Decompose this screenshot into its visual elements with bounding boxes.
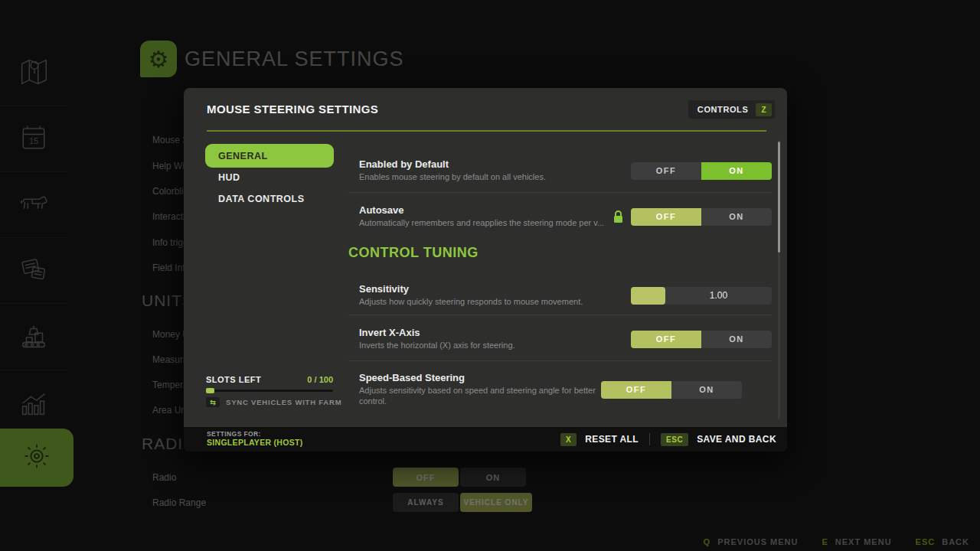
tab-data-controls[interactable]: DATA CONTROLS [218,194,305,204]
setting-title: Speed-Based Steering [359,372,601,383]
lock-icon [612,210,624,223]
enabled-by-default-on-button[interactable]: ON [701,162,772,180]
setting-text: Enabled by Default Enables mouse steerin… [348,158,631,183]
tab-general[interactable]: GENERAL [205,144,334,168]
save-and-back-button[interactable]: SAVE AND BACK [697,434,776,445]
autosave-toggle: OFF ON [631,208,772,226]
save-and-back-key-badge: ESC [661,433,688,446]
setting-desc: Inverts the horizontal (X) axis for stee… [359,341,631,351]
setting-row-speed-based-steering: Speed-Based Steering Adjusts sensitivity… [348,368,772,411]
sensitivity-slider-handle[interactable] [631,287,665,305]
sync-vehicles-label: SYNC VEHICLES WITH FARM [226,398,341,406]
settings-for-value: SINGLEPLAYER (HOST) [207,438,303,447]
setting-row-enabled-by-default: Enabled by Default Enables mouse steerin… [348,153,772,188]
autosave-on-button[interactable]: ON [701,208,772,226]
setting-desc: Automatically remembers and reapplies th… [359,218,612,229]
footer-actions: X RESET ALL ESC SAVE AND BACK [560,427,776,452]
enabled-by-default-toggle: OFF ON [631,162,772,180]
setting-title: Autosave [359,204,612,216]
enabled-by-default-off-button[interactable]: OFF [631,162,701,180]
setting-row-invert-x-axis: Invert X-Axis Inverts the horizontal (X)… [348,321,772,357]
header-divider [207,130,766,132]
setting-row-sensitivity: Sensitivity Adjusts how quickly steering… [348,278,772,313]
controls-button[interactable]: CONTROLS Z [688,100,775,119]
setting-text: Invert X-Axis Inverts the horizontal (X)… [348,327,631,351]
setting-title: Enabled by Default [359,158,631,170]
invert-x-axis-on-button[interactable]: ON [701,331,772,348]
reset-all-button[interactable]: RESET ALL [585,434,639,445]
row-divider [348,192,772,193]
invert-x-axis-toggle: OFF ON [631,331,772,348]
tab-hud[interactable]: HUD [218,172,240,183]
sensitivity-slider[interactable]: 1.00 [631,287,772,305]
controls-button-label: CONTROLS [697,105,749,114]
screen: 15 [0,0,980,551]
setting-desc: Adjusts sensitivity based on speed and s… [359,386,601,407]
invert-x-axis-off-button[interactable]: OFF [631,331,701,348]
dialog-footer: SETTINGS FOR: SINGLEPLAYER (HOST) X RESE… [184,427,787,452]
slots-left-value: 0 / 100 [206,375,333,384]
sync-key-icon: ⇆ [206,397,220,407]
speed-based-steering-toggle: OFF ON [601,381,742,399]
speed-based-steering-on-button[interactable]: ON [671,381,742,399]
footer-separator [649,433,650,445]
speed-based-steering-off-button[interactable]: OFF [601,381,671,399]
autosave-off-button[interactable]: OFF [631,208,701,226]
setting-title: Invert X-Axis [359,327,631,338]
section-heading-control-tuning: CONTROL TUNING [348,245,479,261]
setting-row-autosave: Autosave Automatically remembers and rea… [348,199,772,234]
slots-progress-thumb [206,388,214,393]
sync-vehicles-row[interactable]: ⇆ SYNC VEHICLES WITH FARM [206,397,341,407]
settings-for: SETTINGS FOR: SINGLEPLAYER (HOST) [207,430,303,447]
setting-desc: Adjusts how quickly steering responds to… [359,297,631,308]
scrollbar-track[interactable] [778,140,780,419]
row-divider [348,360,772,361]
setting-desc: Enables mouse steering by default on all… [359,172,631,183]
dialog-title: MOUSE STEERING SETTINGS [207,103,378,116]
setting-text: Sensitivity Adjusts how quickly steering… [348,283,631,308]
controls-key-badge: Z [756,103,772,116]
sensitivity-value: 1.00 [665,287,772,305]
scrollbar-thumb[interactable] [778,142,780,253]
settings-for-label: SETTINGS FOR: [207,430,303,438]
row-divider [348,315,772,315]
setting-text: Autosave Automatically remembers and rea… [348,204,612,229]
setting-text: Speed-Based Steering Adjusts sensitivity… [348,372,601,407]
slots-progress-bar [206,390,333,392]
mouse-steering-settings-dialog: MOUSE STEERING SETTINGS CONTROLS Z GENER… [184,88,787,452]
reset-all-key-badge: X [560,433,577,446]
setting-title: Sensitivity [359,283,631,295]
